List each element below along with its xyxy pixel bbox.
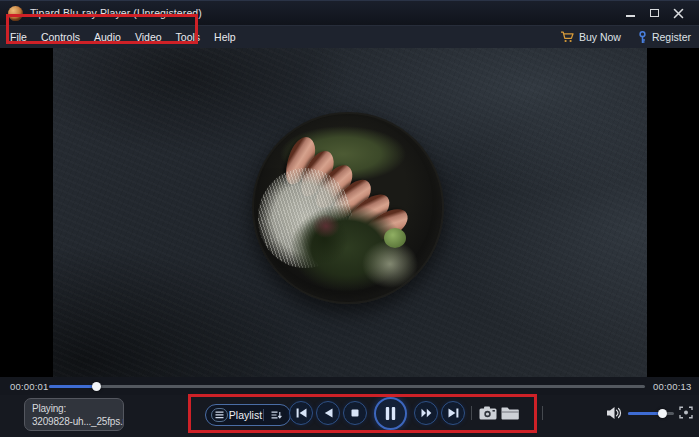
pause-icon: [385, 407, 396, 420]
volume-handle[interactable]: [658, 409, 667, 418]
menu-tools[interactable]: Tools: [176, 31, 201, 43]
now-playing-filename: 3209828-uh..._25fps.mp4: [32, 415, 116, 428]
fast-forward-icon: [421, 408, 432, 418]
total-time: 00:00:13: [653, 381, 692, 392]
seek-slider[interactable]: [49, 385, 645, 388]
stop-button[interactable]: [343, 401, 367, 425]
control-bar: Playing: 3209828-uh..._25fps.mp4 Playlis…: [0, 395, 699, 437]
register-button[interactable]: Register: [638, 31, 691, 44]
pause-button[interactable]: [374, 397, 407, 430]
progress-row: 00:00:01 00:00:13: [0, 377, 699, 395]
video-frame-bowl: [252, 112, 444, 304]
maximize-button[interactable]: [648, 7, 661, 20]
close-icon: [673, 8, 684, 19]
speaker-icon: [606, 406, 622, 420]
titlebar: Tipard Blu-ray Player (Unregistered): [0, 0, 699, 25]
minimize-button[interactable]: [624, 7, 637, 20]
menu-controls[interactable]: Controls: [41, 31, 80, 43]
playlist-label: Playlist: [228, 409, 263, 421]
maximize-icon: [650, 9, 659, 17]
open-file-button[interactable]: [501, 406, 519, 420]
menu-file[interactable]: File: [10, 31, 27, 43]
seek-handle[interactable]: [92, 382, 101, 391]
playlist-menu-icon: [211, 408, 228, 422]
register-label: Register: [652, 31, 691, 43]
key-icon: [638, 31, 647, 44]
play-order-icon: [268, 408, 285, 422]
stop-icon: [351, 409, 359, 417]
app-window: Tipard Blu-ray Player (Unregistered) Fil…: [0, 0, 699, 437]
rewind-button[interactable]: [316, 401, 340, 425]
menu-help[interactable]: Help: [214, 31, 236, 43]
volume-slider[interactable]: [628, 412, 674, 415]
playlist-divider: [263, 409, 264, 421]
previous-icon: [296, 408, 307, 418]
camera-icon: [479, 406, 497, 420]
previous-button[interactable]: [289, 401, 313, 425]
fast-forward-button[interactable]: [414, 401, 438, 425]
menu-video[interactable]: Video: [135, 31, 162, 43]
playlist-button[interactable]: Playlist: [205, 404, 291, 426]
rewind-icon: [324, 408, 333, 418]
menubar-right: Buy Now Register: [560, 31, 691, 44]
separator: [542, 406, 543, 420]
window-title: Tipard Blu-ray Player (Unregistered): [30, 7, 202, 19]
minimize-icon: [626, 15, 635, 17]
window-controls: [624, 7, 691, 20]
menu-audio[interactable]: Audio: [94, 31, 121, 43]
now-playing-tooltip: Playing: 3209828-uh..._25fps.mp4: [24, 398, 124, 431]
app-logo-icon: [8, 6, 23, 21]
now-playing-label: Playing:: [32, 402, 116, 415]
seek-fill: [49, 385, 97, 388]
separator: [471, 406, 472, 420]
next-button[interactable]: [441, 401, 465, 425]
snapshot-button[interactable]: [479, 406, 497, 420]
buy-now-label: Buy Now: [579, 31, 621, 43]
video-display[interactable]: [53, 48, 647, 377]
next-icon: [448, 408, 459, 418]
cart-icon: [560, 31, 574, 43]
video-area: [0, 48, 699, 377]
fullscreen-icon: [679, 406, 693, 419]
buy-now-button[interactable]: Buy Now: [560, 31, 621, 43]
current-time: 00:00:01: [10, 381, 49, 392]
mute-button[interactable]: [606, 406, 622, 420]
fullscreen-button[interactable]: [679, 406, 693, 419]
folder-icon: [501, 406, 519, 420]
menubar: File Controls Audio Video Tools Help Buy…: [0, 25, 699, 48]
close-button[interactable]: [672, 7, 685, 20]
